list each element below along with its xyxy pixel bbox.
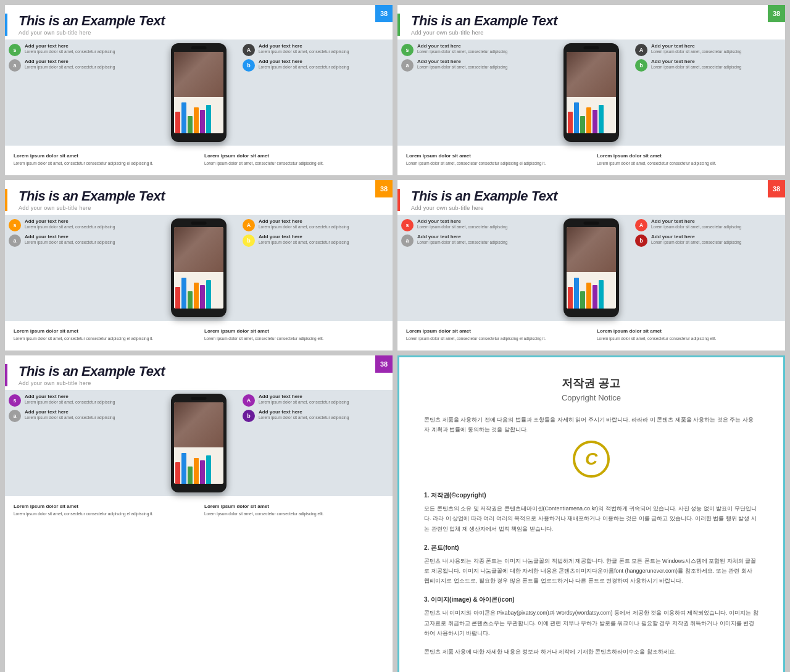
bullet-A-5: A Add your text here Lorem ipsum dolor s… bbox=[243, 394, 389, 407]
phone-notch bbox=[584, 46, 599, 49]
copyright-footer: 콘텐츠 제품 사용에 대한 자세한 내용은 정보파 하거나 제작에 기재한 콘텐… bbox=[424, 647, 759, 657]
bullet-title: Add your text here bbox=[25, 394, 155, 399]
bullet-b-2: b Add your text here Lorem ipsum dolor s… bbox=[635, 59, 781, 72]
bottom-desc: Lorem ipsum dolor sit amet, consectetur … bbox=[204, 511, 384, 517]
bullet-desc: Lorem ipsum dolor sit amet, consectetur … bbox=[259, 49, 389, 54]
bullet-circle-a2: a bbox=[401, 59, 414, 72]
bullet-circle-A: A bbox=[635, 219, 647, 231]
left-col-1: s Add your text here Lorem ipsum dolor s… bbox=[9, 43, 157, 72]
title-bar-1 bbox=[5, 14, 7, 36]
bullet-title: Add your text here bbox=[417, 218, 547, 224]
bullet-title: Add your text here bbox=[259, 394, 389, 399]
slide-title-4: This is an Example Text bbox=[411, 189, 775, 204]
badge-5: 38 bbox=[375, 355, 393, 373]
bullet-b-1: b Add your text here Lorem ipsum dolor s… bbox=[243, 59, 389, 72]
phone-screen bbox=[567, 227, 616, 309]
bottom-box-right-3: Lorem ipsum dolor sit amet Lorem ipsum d… bbox=[201, 325, 388, 346]
bottom-desc: Lorem ipsum dolor sit amet, consectetur … bbox=[14, 336, 193, 342]
slide-2: 38 This is an Example Text Add your own … bbox=[397, 5, 785, 175]
bullet-title: Add your text here bbox=[417, 234, 547, 239]
bullet-circle-A: A bbox=[243, 394, 255, 407]
slide-4: 38 This is an Example Text Add your own … bbox=[397, 180, 785, 351]
bullet-title: Add your text here bbox=[259, 218, 389, 224]
bullet-circle-s: s bbox=[9, 394, 21, 407]
phone-mock bbox=[171, 43, 227, 142]
left-col-4: s Add your text here Lorem ipsum dolor s… bbox=[401, 218, 550, 247]
phone-notch bbox=[191, 222, 207, 225]
bullet-desc: Lorem ipsum dolor sit amet, consectetur … bbox=[417, 224, 547, 230]
bullet-s-4: s Add your text here Lorem ipsum dolor s… bbox=[401, 218, 547, 231]
bullet-title: Add your text here bbox=[417, 59, 547, 64]
copyright-body: 1. 저작권(©copyright) 모든 콘텐츠의 소유 및 저작권은 콘텐츠… bbox=[424, 490, 759, 657]
bullet-desc: Lorem ipsum dolor sit amet, consectetur … bbox=[651, 224, 781, 230]
bullet-b-3: b Add your text here Lorem ipsum dolor s… bbox=[243, 234, 389, 247]
bullet-title: Add your text here bbox=[25, 59, 155, 64]
bullet-circle-b: b bbox=[635, 59, 647, 72]
bottom-desc: Lorem ipsum dolor sit amet, consectetur … bbox=[14, 511, 193, 517]
bottom-title: Lorem ipsum dolor sit amet bbox=[597, 153, 776, 159]
bullet-desc: Lorem ipsum dolor sit amet, consectetur … bbox=[259, 415, 389, 420]
copyright-section-2: 2. 폰트(font) 콘텐츠 내 사용되는 각종 폰트는 이미지 나눔글꼴의 … bbox=[424, 542, 759, 586]
bullet-desc: Lorem ipsum dolor sit amet, consectetur … bbox=[651, 64, 781, 70]
bullet-b-4: b Add your text here Lorem ipsum dolor s… bbox=[635, 234, 781, 247]
copyright-section-3: 3. 이미지(image) & 아이콘(icon) 콘텐츠 내 이미지와 아이콘… bbox=[424, 594, 759, 638]
bullet-desc: Lorem ipsum dolor sit amet, consectetur … bbox=[417, 239, 547, 245]
bullet-circle-A: A bbox=[243, 219, 255, 231]
phone-notch bbox=[584, 222, 599, 225]
bullet-circle-b: b bbox=[635, 234, 647, 247]
slide-subtitle-1: Add your own sub-title here bbox=[19, 30, 383, 36]
bullet-s-5: s Add your text here Lorem ipsum dolor s… bbox=[9, 394, 155, 407]
phone-col-4 bbox=[551, 218, 631, 317]
bottom-box-right-1: Lorem ipsum dolor sit amet Lorem ipsum d… bbox=[201, 149, 388, 170]
bullet-A-4: A Add your text here Lorem ipsum dolor s… bbox=[635, 218, 781, 231]
bottom-content-2: Lorem ipsum dolor sit amet Lorem ipsum d… bbox=[397, 146, 785, 175]
badge-3: 38 bbox=[375, 180, 393, 197]
section-title-3: 3. 이미지(image) & 아이콘(icon) bbox=[424, 594, 759, 605]
bullet-A-1: A Add your text here Lorem ipsum dolor s… bbox=[243, 43, 389, 56]
left-col-5: s Add your text here Lorem ipsum dolor s… bbox=[9, 394, 157, 422]
slide-subtitle-2: Add your own sub-title here bbox=[411, 30, 775, 36]
bottom-box-left-3: Lorem ipsum dolor sit amet Lorem ipsum d… bbox=[10, 325, 197, 346]
bullet-title: Add your text here bbox=[25, 234, 155, 239]
bullet-title: Add your text here bbox=[651, 234, 781, 239]
copyright-title-kr: 저작권 공고 bbox=[562, 376, 620, 391]
bullet-a-4: a Add your text here Lorem ipsum dolor s… bbox=[401, 234, 547, 247]
bullet-circle-a2: a bbox=[401, 234, 414, 247]
bullet-circle-s: s bbox=[9, 44, 21, 56]
bottom-box-right-5: Lorem ipsum dolor sit amet Lorem ipsum d… bbox=[201, 500, 388, 521]
badge-1: 38 bbox=[375, 5, 393, 22]
bottom-content-5: Lorem ipsum dolor sit amet Lorem ipsum d… bbox=[5, 496, 393, 526]
bullet-desc: Lorem ipsum dolor sit amet, consectetur … bbox=[259, 399, 389, 405]
phone-mock bbox=[171, 394, 227, 492]
bullet-desc: Lorem ipsum dolor sit amet, consectetur … bbox=[259, 224, 389, 230]
bullet-b-5: b Add your text here Lorem ipsum dolor s… bbox=[243, 409, 389, 422]
right-col-3: A Add your text here Lorem ipsum dolor s… bbox=[240, 218, 389, 247]
bullet-A-2: A Add your text here Lorem ipsum dolor s… bbox=[635, 43, 781, 56]
phone-mock bbox=[563, 218, 619, 317]
bottom-title: Lorem ipsum dolor sit amet bbox=[204, 328, 384, 334]
phone-screen bbox=[174, 52, 223, 133]
bullet-a-3: a Add your text here Lorem ipsum dolor s… bbox=[9, 234, 155, 247]
section-text-1: 모든 콘텐츠의 소유 및 저작권은 콘텐츠테마이센(ContentIamena.… bbox=[424, 504, 759, 534]
bullet-circle-A: A bbox=[243, 44, 255, 56]
bottom-content-4: Lorem ipsum dolor sit amet Lorem ipsum d… bbox=[397, 321, 785, 351]
bullet-desc: Lorem ipsum dolor sit amet, consectetur … bbox=[25, 64, 155, 70]
bottom-desc: Lorem ipsum dolor sit amet, consectetur … bbox=[14, 160, 193, 167]
bullet-desc: Lorem ipsum dolor sit amet, consectetur … bbox=[259, 64, 389, 70]
bottom-box-right-2: Lorem ipsum dolor sit amet Lorem ipsum d… bbox=[593, 149, 780, 170]
slide-title-3: This is an Example Text bbox=[19, 189, 383, 204]
section-title-1: 1. 저작권(©copyright) bbox=[424, 490, 759, 501]
bottom-title: Lorem ipsum dolor sit amet bbox=[14, 153, 193, 159]
bullet-s-1: s Add your text here Lorem ipsum dolor s… bbox=[9, 43, 155, 56]
left-col-3: s Add your text here Lorem ipsum dolor s… bbox=[9, 218, 157, 247]
right-col-5: A Add your text here Lorem ipsum dolor s… bbox=[240, 394, 389, 422]
copyright-intro: 콘텐츠 제품을 사용하기 전에 다음의 법률과 조항들을 자세히 읽어 주시기 … bbox=[424, 415, 759, 434]
bullet-s-3: s Add your text here Lorem ipsum dolor s… bbox=[9, 218, 155, 231]
phone-notch bbox=[191, 46, 207, 49]
bullet-title: Add your text here bbox=[25, 409, 155, 415]
bullet-A-3: A Add your text here Lorem ipsum dolor s… bbox=[243, 218, 389, 231]
title-bar-5 bbox=[5, 364, 7, 386]
bottom-title: Lorem ipsum dolor sit amet bbox=[204, 153, 384, 159]
bottom-title: Lorem ipsum dolor sit amet bbox=[406, 153, 586, 159]
badge-4: 38 bbox=[768, 180, 785, 197]
